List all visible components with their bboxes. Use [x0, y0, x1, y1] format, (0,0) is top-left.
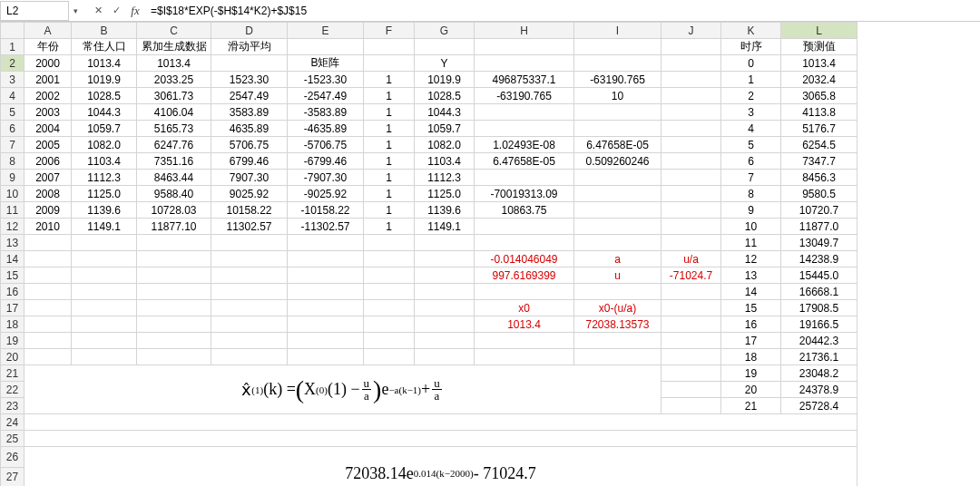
cell[interactable]: 1082.0: [72, 137, 137, 153]
cell[interactable]: 5: [721, 137, 781, 153]
cell[interactable]: [662, 170, 721, 186]
row-header[interactable]: 4: [1, 88, 24, 104]
cell[interactable]: 2003: [24, 104, 72, 121]
cell[interactable]: B矩阵: [288, 55, 364, 72]
cell[interactable]: -63190.765: [475, 88, 574, 104]
row-header[interactable]: 23: [1, 398, 24, 414]
cell[interactable]: 2032.4: [781, 72, 858, 88]
cell[interactable]: -11302.57: [288, 219, 364, 235]
cell[interactable]: [574, 202, 662, 219]
cell[interactable]: 3: [721, 104, 781, 121]
cell[interactable]: 1: [721, 72, 781, 88]
cell[interactable]: 1082.0: [415, 137, 475, 153]
cell[interactable]: 13: [721, 267, 781, 284]
cell[interactable]: 1: [364, 72, 415, 88]
cell[interactable]: 年份: [24, 39, 72, 55]
cell[interactable]: 13049.7: [781, 235, 858, 251]
col-header-I[interactable]: I: [574, 23, 662, 39]
cell[interactable]: -71024.7: [662, 267, 721, 284]
cell[interactable]: 14238.9: [781, 251, 858, 267]
cell[interactable]: [574, 104, 662, 121]
formula-confirm-icon[interactable]: ✓: [107, 5, 125, 16]
row-header[interactable]: 17: [1, 300, 24, 316]
cell[interactable]: 时序: [721, 39, 781, 55]
col-header-H[interactable]: H: [475, 23, 574, 39]
cell[interactable]: 9580.5: [781, 186, 858, 202]
cell[interactable]: 1112.3: [415, 170, 475, 186]
cell[interactable]: 17908.5: [781, 300, 858, 316]
row-header[interactable]: 3: [1, 72, 24, 88]
cell[interactable]: 1103.4: [72, 153, 137, 170]
cell[interactable]: 6247.76: [137, 137, 211, 153]
formula-input[interactable]: [145, 1, 980, 21]
cell[interactable]: 1139.6: [415, 202, 475, 219]
cell[interactable]: [475, 121, 574, 137]
row-header[interactable]: 9: [1, 170, 24, 186]
cell[interactable]: 1013.4: [72, 55, 137, 72]
cell[interactable]: 11302.57: [211, 219, 288, 235]
cell[interactable]: [662, 39, 721, 55]
cell[interactable]: [574, 186, 662, 202]
cell[interactable]: 4106.04: [137, 104, 211, 121]
cell[interactable]: 72038.13573: [574, 316, 662, 333]
cell[interactable]: 1: [364, 121, 415, 137]
cell[interactable]: 3065.8: [781, 88, 858, 104]
cell[interactable]: 累加生成数据: [137, 39, 211, 55]
cell[interactable]: 12: [721, 251, 781, 267]
cell[interactable]: 9: [721, 202, 781, 219]
name-box-dropdown-icon[interactable]: ▾: [69, 6, 82, 15]
row-header[interactable]: 22: [1, 382, 24, 398]
cell[interactable]: 25728.4: [781, 398, 858, 414]
cell[interactable]: 10: [574, 88, 662, 104]
cell[interactable]: x0: [475, 300, 574, 316]
cell[interactable]: 2007: [24, 170, 72, 186]
cell[interactable]: 3583.89: [211, 104, 288, 121]
row-header[interactable]: 14: [1, 251, 24, 267]
cell[interactable]: 15: [721, 300, 781, 316]
cell[interactable]: 8: [721, 186, 781, 202]
cell[interactable]: 10158.22: [211, 202, 288, 219]
cell[interactable]: a: [574, 251, 662, 267]
cell[interactable]: 1044.3: [415, 104, 475, 121]
cell[interactable]: -10158.22: [288, 202, 364, 219]
cell[interactable]: [475, 39, 574, 55]
cell[interactable]: 8463.44: [137, 170, 211, 186]
cell[interactable]: 滑动平均: [211, 39, 288, 55]
cell[interactable]: 4: [721, 121, 781, 137]
cell[interactable]: 2006: [24, 153, 72, 170]
cell[interactable]: 16: [721, 316, 781, 333]
cell[interactable]: 7347.7: [781, 153, 858, 170]
row-header[interactable]: 2: [1, 55, 24, 72]
row-header[interactable]: 18: [1, 316, 24, 333]
col-header-L[interactable]: L: [781, 23, 858, 39]
row-header[interactable]: 7: [1, 137, 24, 153]
cell[interactable]: -70019313.09: [475, 186, 574, 202]
cell[interactable]: 1: [364, 137, 415, 153]
cell[interactable]: 1139.6: [72, 202, 137, 219]
cell[interactable]: 2004: [24, 121, 72, 137]
cell[interactable]: [475, 104, 574, 121]
row-header-1[interactable]: 1: [1, 39, 24, 55]
cell[interactable]: [574, 55, 662, 72]
cell[interactable]: 2008: [24, 186, 72, 202]
col-header-J[interactable]: J: [662, 23, 721, 39]
row-header[interactable]: 26: [1, 447, 24, 468]
cell[interactable]: 10728.03: [137, 202, 211, 219]
cell[interactable]: 19: [721, 365, 781, 382]
cell[interactable]: 6.47658E-05: [574, 137, 662, 153]
cell[interactable]: -7907.30: [288, 170, 364, 186]
col-header-B[interactable]: B: [72, 23, 137, 39]
cell[interactable]: 7907.30: [211, 170, 288, 186]
cell[interactable]: 1: [364, 219, 415, 235]
cell[interactable]: 19166.5: [781, 316, 858, 333]
spreadsheet-grid[interactable]: A B C D E F G H I J K L 1 年份 常住人口 累加生成数据…: [0, 22, 980, 486]
cell[interactable]: [662, 153, 721, 170]
select-all-corner[interactable]: [1, 23, 24, 39]
cell[interactable]: 496875337.1: [475, 72, 574, 88]
cell[interactable]: [662, 121, 721, 137]
cell[interactable]: [475, 55, 574, 72]
cell[interactable]: 1059.7: [415, 121, 475, 137]
cell[interactable]: -2547.49: [288, 88, 364, 104]
cell[interactable]: 9025.92: [211, 186, 288, 202]
cell[interactable]: 15445.0: [781, 267, 858, 284]
